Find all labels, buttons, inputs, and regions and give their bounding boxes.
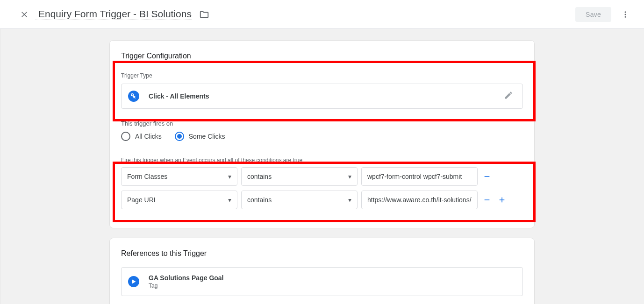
minus-icon bbox=[483, 196, 491, 204]
chevron-down-icon: ▾ bbox=[348, 173, 351, 180]
condition-operator-select[interactable]: contains ▾ bbox=[241, 167, 358, 186]
reference-name: GA Solutions Page Goal bbox=[149, 274, 224, 282]
trigger-config-card: Trigger Configuration Trigger Type Click… bbox=[109, 40, 535, 228]
references-card: References to this Trigger GA Solutions … bbox=[109, 238, 535, 304]
chevron-down-icon: ▾ bbox=[348, 196, 351, 204]
radio-all-clicks-label: All Clicks bbox=[135, 133, 162, 140]
svg-rect-6 bbox=[485, 176, 490, 177]
svg-rect-9 bbox=[501, 198, 502, 203]
svg-point-2 bbox=[625, 11, 626, 13]
reference-subtitle: Tag bbox=[149, 283, 224, 289]
condition-variable-select[interactable]: Form Classes ▾ bbox=[121, 167, 237, 186]
plus-icon bbox=[498, 196, 506, 204]
remove-condition-button[interactable] bbox=[481, 173, 493, 180]
condition-variable-select[interactable]: Page URL ▾ bbox=[121, 191, 237, 209]
close-icon bbox=[21, 11, 28, 18]
svg-rect-7 bbox=[485, 199, 490, 200]
condition-value-input[interactable]: wpcf7-form-control wpcf7-submit bbox=[361, 167, 478, 186]
chevron-down-icon: ▾ bbox=[228, 173, 231, 180]
condition-operator-value: contains bbox=[247, 173, 272, 180]
trigger-type-label: Trigger Type bbox=[121, 72, 523, 79]
radio-some-clicks[interactable]: Some Clicks bbox=[175, 132, 225, 141]
trigger-type-value: Click - All Elements bbox=[149, 92, 209, 100]
radio-selected-icon bbox=[175, 132, 184, 141]
remove-condition-button[interactable] bbox=[481, 196, 493, 204]
svg-point-4 bbox=[625, 16, 626, 17]
condition-value-input[interactable]: https://www.aware.co.th/it-solutions/ bbox=[361, 191, 478, 209]
chevron-down-icon: ▾ bbox=[228, 196, 231, 204]
add-condition-button[interactable] bbox=[496, 196, 508, 204]
condition-operator-value: contains bbox=[247, 196, 272, 204]
radio-some-clicks-label: Some Clicks bbox=[189, 133, 225, 140]
trigger-type-selector[interactable]: Click - All Elements bbox=[121, 84, 523, 109]
pencil-icon bbox=[504, 91, 513, 100]
workspace: Trigger Configuration Trigger Type Click… bbox=[0, 29, 644, 304]
condition-operator-select[interactable]: contains ▾ bbox=[241, 191, 358, 209]
reference-item[interactable]: GA Solutions Page Goal Tag bbox=[121, 267, 523, 296]
folder-icon[interactable] bbox=[199, 9, 209, 20]
radio-unselected-icon bbox=[121, 132, 130, 141]
page-title[interactable]: Enquiry Form Trigger - BI Solutions bbox=[38, 8, 192, 21]
edit-trigger-type-button[interactable] bbox=[504, 91, 513, 102]
svg-point-3 bbox=[625, 14, 626, 15]
condition-value-text: wpcf7-form-control wpcf7-submit bbox=[367, 173, 462, 180]
fires-on-radio-group: All Clicks Some Clicks bbox=[121, 132, 523, 141]
save-button[interactable]: Save bbox=[575, 7, 611, 22]
minus-icon bbox=[483, 173, 491, 180]
condition-row: Form Classes ▾ contains ▾ wpcf7-form-con… bbox=[121, 167, 523, 186]
more-menu-button[interactable] bbox=[616, 5, 635, 24]
conditions-label: Fire this trigger when an Event occurs a… bbox=[121, 157, 523, 163]
condition-value-text: https://www.aware.co.th/it-solutions/ bbox=[367, 196, 472, 204]
radio-all-clicks[interactable]: All Clicks bbox=[121, 132, 162, 141]
condition-variable-value: Form Classes bbox=[127, 173, 167, 180]
condition-variable-value: Page URL bbox=[127, 196, 157, 204]
top-header: Enquiry Form Trigger - BI Solutions Save bbox=[0, 0, 644, 29]
fires-on-label: This trigger fires on bbox=[121, 120, 523, 127]
tag-icon bbox=[128, 276, 139, 287]
click-icon bbox=[128, 91, 139, 102]
close-button[interactable] bbox=[13, 3, 36, 26]
condition-row: Page URL ▾ contains ▾ https://www.aware.… bbox=[121, 191, 523, 209]
references-heading: References to this Trigger bbox=[121, 249, 523, 258]
trigger-config-heading: Trigger Configuration bbox=[121, 52, 523, 60]
more-vert-icon bbox=[621, 10, 630, 19]
